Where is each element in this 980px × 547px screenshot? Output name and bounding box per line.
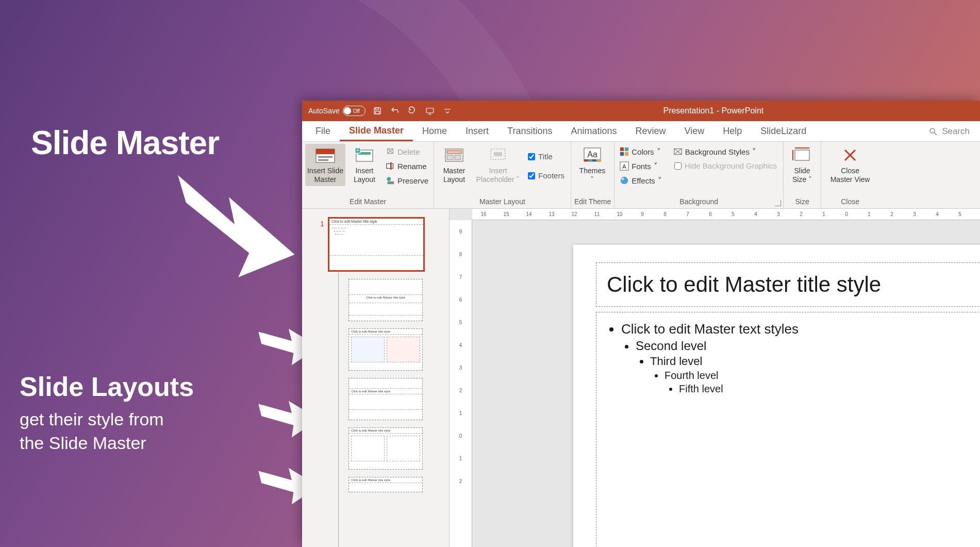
svg-point-43 — [622, 178, 624, 180]
thumb-layout-1[interactable]: Click to edit Master title style — [348, 279, 423, 321]
master-layout-label: Master Layout — [443, 167, 466, 184]
tab-slide-master[interactable]: Slide Master — [340, 121, 413, 141]
slide-size-icon — [792, 146, 812, 164]
insert-slide-master-label: Insert Slide Master — [307, 167, 343, 184]
body-l3: Third level Fourth level Fifth level — [650, 353, 980, 400]
slide-size-label: Slide Size ˅ — [792, 167, 812, 184]
preserve-button[interactable]: Preserve — [384, 174, 430, 187]
svg-rect-11 — [318, 156, 333, 158]
tab-view[interactable]: View — [675, 121, 714, 141]
search-icon — [928, 127, 938, 136]
annotation-sub2: the Slide Master — [20, 433, 146, 453]
svg-rect-12 — [318, 159, 328, 161]
tab-home[interactable]: Home — [413, 121, 456, 141]
svg-rect-34 — [592, 159, 596, 161]
tab-file[interactable]: File — [306, 121, 340, 141]
svg-rect-33 — [588, 159, 592, 161]
hide-bg-checkbox-input[interactable] — [674, 162, 682, 170]
delete-button[interactable]: Delete — [384, 145, 430, 158]
insert-layout-button[interactable]: + Insert Layout — [348, 144, 380, 186]
slide-canvas[interactable]: Click to edit Master title style Click t… — [573, 245, 980, 547]
tab-help[interactable]: Help — [713, 121, 751, 141]
svg-rect-2 — [375, 111, 379, 114]
svg-rect-38 — [620, 152, 624, 156]
thumb-title-row: Click to edit Master title style — [329, 219, 423, 225]
canvas-area: 16151413121110987654321012345 9876543210… — [450, 209, 980, 547]
thumb-layout-4[interactable]: Click to edit Master title style — [348, 427, 423, 470]
tab-animations[interactable]: Animations — [561, 121, 626, 141]
group-background-label: Background — [618, 196, 780, 208]
annotation-slide-layouts: Slide Layouts — [20, 371, 194, 402]
thumb-layout-3[interactable]: Click to edit Master title style — [348, 378, 423, 420]
group-close: Close Master View Close — [821, 142, 879, 208]
svg-rect-26 — [447, 155, 453, 160]
background-styles-label: Background Styles — [685, 147, 750, 156]
save-icon[interactable] — [372, 105, 383, 117]
autosave-toggle[interactable]: AutoSave Off — [308, 106, 366, 116]
search-box[interactable]: Search — [928, 126, 976, 137]
title-placeholder[interactable]: Click to edit Master title style — [596, 262, 980, 307]
effects-label: Effects — [632, 176, 655, 185]
toggle-switch[interactable]: Off — [343, 106, 366, 116]
thumb-layout-2[interactable]: Click to edit Master title style — [348, 328, 423, 371]
footers-checkbox[interactable]: Footers — [525, 169, 568, 182]
svg-text:+: + — [356, 147, 359, 153]
footers-checkbox-input[interactable] — [528, 172, 535, 179]
master-layout-button[interactable]: Master Layout — [437, 144, 471, 186]
delete-icon — [386, 147, 395, 156]
fonts-icon: A — [620, 161, 629, 171]
thumb-slide-master[interactable]: 1 Click to edit Master title style • — —… — [328, 217, 425, 272]
fonts-label: Fonts — [632, 162, 651, 171]
svg-rect-39 — [625, 152, 628, 156]
group-edit-master-label: Edit Master — [305, 196, 430, 208]
body-l4: Fourth level Fifth level — [665, 368, 980, 398]
redo-icon[interactable] — [407, 105, 418, 117]
undo-icon[interactable] — [389, 105, 401, 117]
ruler-horizontal[interactable]: 16151413121110987654321012345 — [472, 209, 980, 220]
tab-review[interactable]: Review — [626, 121, 675, 141]
themes-button[interactable]: Aa Themes˅ — [574, 144, 610, 186]
group-background: Colors ˅ A Fonts ˅ Effects ˅ Background … — [614, 142, 784, 208]
dialog-launcher-icon[interactable] — [775, 200, 781, 206]
delete-label: Delete — [397, 147, 420, 156]
group-edit-master: Insert Slide Master + Insert Layout Dele… — [302, 142, 434, 208]
svg-text:Aa: Aa — [587, 150, 597, 159]
hide-bg-checkbox[interactable]: Hide Background Graphics — [671, 159, 780, 172]
svg-rect-29 — [494, 152, 502, 156]
themes-label: Themes˅ — [579, 167, 606, 184]
thumb-layout-5[interactable]: Click to edit Master title style — [348, 477, 423, 492]
insert-slide-master-icon — [315, 146, 336, 164]
close-master-view-label: Close Master View — [830, 167, 870, 184]
svg-rect-32 — [584, 159, 588, 161]
background-styles-button[interactable]: Background Styles ˅ — [671, 145, 780, 158]
title-checkbox-label: Title — [538, 152, 553, 161]
effects-button[interactable]: Effects ˅ — [618, 174, 664, 187]
tab-insert[interactable]: Insert — [456, 121, 498, 141]
tab-slidelizard[interactable]: SlideLizard — [751, 121, 816, 141]
close-master-view-button[interactable]: Close Master View — [824, 144, 876, 186]
fonts-button[interactable]: A Fonts ˅ — [618, 159, 664, 173]
rename-button[interactable]: Rename — [384, 159, 430, 173]
autosave-state: Off — [353, 108, 360, 114]
group-edit-theme: Aa Themes˅ Edit Theme — [571, 142, 614, 208]
title-checkbox[interactable]: Title — [525, 150, 568, 163]
insert-slide-master-button[interactable]: Insert Slide Master — [305, 144, 345, 186]
body-l1: Click to edit Master text styles Second … — [621, 320, 980, 403]
slide-size-button[interactable]: Slide Size ˅ — [787, 144, 818, 186]
autosave-label: AutoSave — [308, 107, 340, 115]
thumbnail-panel[interactable]: 1 Click to edit Master title style • — —… — [302, 209, 450, 547]
present-icon[interactable] — [424, 105, 436, 117]
svg-rect-35 — [596, 159, 601, 161]
ruler-vertical[interactable]: 987654321012 — [450, 220, 472, 547]
insert-placeholder-button[interactable]: Insert Placeholder ˅ — [474, 144, 522, 186]
insert-layout-label: Insert Layout — [354, 167, 375, 184]
colors-button[interactable]: Colors ˅ — [618, 145, 664, 158]
customize-qat-icon[interactable] — [442, 105, 453, 117]
preserve-icon — [386, 176, 395, 185]
title-checkbox-input[interactable] — [528, 153, 535, 160]
effects-icon — [620, 176, 629, 185]
tab-transitions[interactable]: Transitions — [498, 121, 561, 141]
svg-text:A: A — [622, 163, 626, 170]
body-placeholder[interactable]: Click to edit Master text styles Second … — [596, 312, 980, 547]
preserve-label: Preserve — [397, 176, 428, 185]
